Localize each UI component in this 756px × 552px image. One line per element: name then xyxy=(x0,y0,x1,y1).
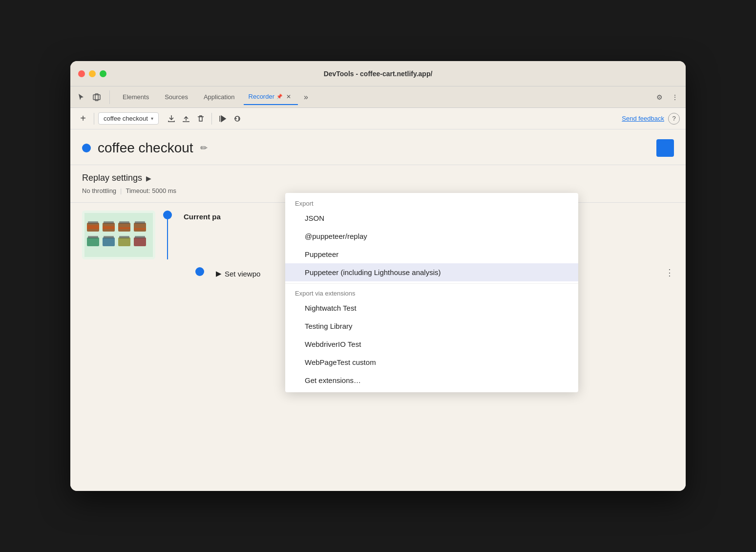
svg-rect-18 xyxy=(87,237,99,246)
tab-recorder[interactable]: Recorder 📌 ✕ xyxy=(244,89,298,105)
svg-rect-7 xyxy=(87,225,99,229)
menu-item-get-extensions[interactable]: Get extensions… xyxy=(285,371,578,389)
toolbar: + coffee checkout ▾ xyxy=(70,108,686,129)
svg-rect-24 xyxy=(134,237,146,246)
tab-sources[interactable]: Sources xyxy=(158,90,195,104)
svg-rect-0 xyxy=(93,95,100,100)
toolbar-separator-2 xyxy=(211,113,212,125)
devtools-window: DevTools - coffee-cart.netlify.app/ Elem… xyxy=(70,61,686,491)
help-button[interactable]: ? xyxy=(668,113,680,125)
svg-rect-8 xyxy=(88,221,98,224)
svg-marker-2 xyxy=(221,116,226,122)
svg-rect-22 xyxy=(118,237,130,246)
tab-recorder-label: Recorder xyxy=(249,93,274,100)
replay-settings-toggle[interactable]: Replay settings ▶ xyxy=(82,173,674,183)
step2-timeline xyxy=(195,267,204,276)
export-section-label: Export xyxy=(285,196,578,209)
settings-icon[interactable]: ⚙ xyxy=(652,90,666,104)
export-extensions-section-label: Export via extensions xyxy=(285,286,578,299)
svg-rect-19 xyxy=(88,236,98,238)
window-title: DevTools - coffee-cart.netlify.app/ xyxy=(324,70,433,78)
recording-title: coffee checkout xyxy=(98,140,193,156)
tab-elements[interactable]: Elements xyxy=(116,90,156,104)
delete-icon[interactable] xyxy=(194,112,208,126)
toolbar-right: Send feedback ? xyxy=(622,113,680,125)
svg-rect-11 xyxy=(104,221,114,224)
recording-status-dot xyxy=(82,144,91,152)
sub-separator: | xyxy=(120,187,122,194)
svg-rect-13 xyxy=(118,227,130,229)
svg-rect-17 xyxy=(135,221,145,224)
chevron-down-icon: ▾ xyxy=(151,116,153,121)
toolbar-separator xyxy=(94,113,94,125)
svg-rect-14 xyxy=(119,221,129,224)
step2-more-icon[interactable]: ⋮ xyxy=(665,268,674,277)
menu-item-nightwatch[interactable]: Nightwatch Test xyxy=(285,299,578,317)
recording-header: coffee checkout ✏ xyxy=(70,129,686,165)
menu-item-puppeteer-replay[interactable]: @puppeteer/replay xyxy=(285,227,578,245)
maximize-button[interactable] xyxy=(100,70,106,77)
tab-application[interactable]: Application xyxy=(197,90,242,104)
svg-rect-21 xyxy=(104,236,114,238)
send-feedback-link[interactable]: Send feedback xyxy=(622,115,664,122)
menu-item-webpagetest[interactable]: WebPageTest custom xyxy=(285,353,578,371)
no-throttling-label: No throttling xyxy=(82,187,116,194)
step2-actions: ⋮ xyxy=(665,267,674,278)
export-dropdown: Export JSON @puppeteer/replay Puppeteer … xyxy=(285,193,578,392)
device-toggle-icon[interactable] xyxy=(90,90,104,104)
step2-label: ▶ Set viewpo xyxy=(216,269,260,278)
svg-rect-23 xyxy=(119,236,129,238)
minimize-button[interactable] xyxy=(89,70,96,77)
step2-text: Set viewpo xyxy=(225,270,260,278)
close-button[interactable] xyxy=(78,70,85,77)
svg-rect-10 xyxy=(103,226,115,229)
step-replay-icon[interactable] xyxy=(231,112,245,126)
step2-expand-icon[interactable]: ▶ xyxy=(216,269,222,278)
svg-rect-16 xyxy=(134,228,146,230)
step1-timeline xyxy=(163,211,172,259)
selected-recording-name: coffee checkout xyxy=(104,115,148,122)
export-icon[interactable] xyxy=(165,112,178,126)
recorder-tab-close[interactable]: ✕ xyxy=(284,92,293,101)
step-thumbnail xyxy=(82,211,155,259)
cursor-icon[interactable] xyxy=(74,90,88,104)
edit-title-icon[interactable]: ✏ xyxy=(200,143,208,153)
more-options-icon[interactable]: ⋮ xyxy=(668,90,682,104)
menu-item-puppeteer[interactable]: Puppeteer xyxy=(285,245,578,263)
title-bar: DevTools - coffee-cart.netlify.app/ xyxy=(70,61,686,86)
replay-settings-arrow-icon: ▶ xyxy=(146,174,151,182)
menu-item-testing-library[interactable]: Testing Library xyxy=(285,317,578,335)
svg-rect-5 xyxy=(84,213,153,257)
menu-divider xyxy=(285,283,578,284)
step2-content: ▶ Set viewpo xyxy=(216,267,260,278)
timeout-label: Timeout: 5000 ms xyxy=(126,187,176,194)
recorder-badge-icon: 📌 xyxy=(276,94,282,99)
step1-line xyxy=(167,219,168,259)
recording-actions xyxy=(165,112,208,126)
tab-more[interactable]: » xyxy=(300,91,312,104)
replay-settings-label: Replay settings xyxy=(82,173,142,183)
tab-bar: Elements Sources Application Recorder 📌 … xyxy=(70,86,686,108)
step2-dot xyxy=(195,267,204,276)
step1-dot xyxy=(163,211,172,219)
menu-item-puppeteer-lighthouse[interactable]: Puppeteer (including Lighthouse analysis… xyxy=(285,263,578,281)
recording-action-button[interactable] xyxy=(656,139,674,157)
svg-rect-15 xyxy=(134,223,146,232)
menu-item-json[interactable]: JSON xyxy=(285,209,578,227)
replay-icon[interactable] xyxy=(216,112,230,126)
svg-rect-25 xyxy=(135,236,145,238)
menu-item-webdriverio[interactable]: WebdriverIO Test xyxy=(285,335,578,353)
recording-selector[interactable]: coffee checkout ▾ xyxy=(98,112,159,125)
traffic-lights xyxy=(78,70,106,77)
devtools-icons xyxy=(74,90,110,104)
svg-rect-20 xyxy=(103,237,115,246)
tab-bar-right: ⚙ ⋮ xyxy=(652,90,682,104)
recording-header-right xyxy=(656,139,674,157)
import-icon[interactable] xyxy=(179,112,193,126)
main-content: coffee checkout ✏ Replay settings ▶ No t… xyxy=(70,129,686,491)
add-recording-button[interactable]: + xyxy=(76,112,90,126)
